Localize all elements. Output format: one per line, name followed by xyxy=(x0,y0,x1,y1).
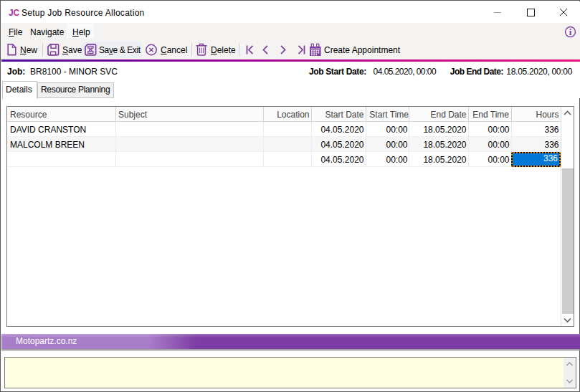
svg-text:i: i xyxy=(569,27,572,37)
